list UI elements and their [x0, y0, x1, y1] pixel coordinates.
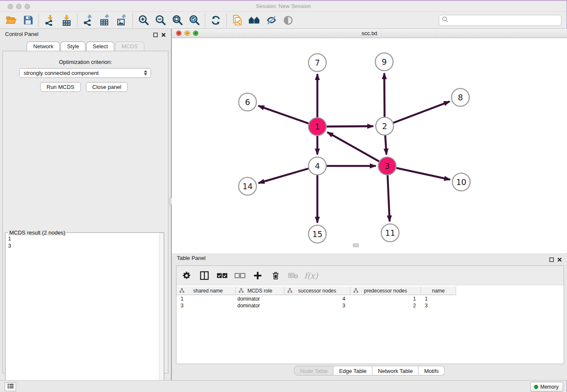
graph-edge-4-14[interactable] [259, 168, 308, 183]
cell-predecessor-nodes[interactable]: 1 [350, 295, 421, 302]
run-mcds-button[interactable]: Run MCDS [40, 82, 81, 92]
chevron-up-down-icon [144, 70, 147, 75]
scrollbar[interactable] [159, 233, 164, 392]
open-session-icon[interactable] [3, 13, 19, 28]
graph-edge-1-6[interactable] [258, 106, 308, 124]
column-header-mcds-role[interactable]: MCDS role [236, 287, 284, 295]
column-header-predecessor-nodes[interactable]: predecessor nodes [350, 287, 421, 295]
delete-icon[interactable] [270, 269, 281, 282]
graph-edge-3-10[interactable] [396, 168, 450, 180]
birdseye-view-icon[interactable] [280, 13, 297, 28]
graphics-details-icon[interactable] [263, 13, 280, 28]
criterion-select[interactable]: strongly connected component [19, 68, 151, 78]
table-panel: Table Panel [172, 254, 567, 380]
memory-label: Memory [540, 384, 559, 390]
graph-node-label-8: 8 [458, 93, 463, 102]
tab-network-table[interactable]: Network Table [372, 366, 418, 375]
zoom-fit-icon[interactable] [169, 13, 186, 28]
float-panel-icon[interactable] [153, 31, 158, 39]
new-network-from-selection-icon[interactable] [229, 13, 246, 28]
split-columns-icon[interactable] [198, 269, 210, 282]
close-panel-icon[interactable] [557, 256, 562, 264]
status-bar: Memory [0, 380, 567, 392]
graph-edge-2-9[interactable] [384, 73, 385, 117]
graph-node-label-10: 10 [456, 177, 466, 187]
tab-style[interactable]: Style [61, 41, 85, 51]
hierarchy-icon [287, 288, 292, 294]
float-panel-icon[interactable] [549, 256, 554, 264]
mcds-result-title: MCDS result (2 nodes) [8, 229, 66, 236]
tab-node-table[interactable]: Node Table [294, 366, 334, 375]
graph-node-label-2: 2 [382, 121, 387, 131]
memory-button[interactable]: Memory [530, 382, 563, 392]
import-network-icon[interactable] [41, 13, 58, 28]
cell-name[interactable]: 3 [421, 302, 456, 309]
main-toolbar [0, 12, 567, 29]
graph-node-label-14: 14 [242, 182, 253, 191]
graph-edge-1-2[interactable] [327, 126, 373, 127]
first-neighbors-icon[interactable] [246, 13, 263, 28]
refresh-layout-icon[interactable] [207, 13, 224, 28]
graph-node-label-3: 3 [385, 161, 390, 171]
table-row[interactable]: 3 dominator 3 2 3 [176, 302, 564, 309]
export-image-icon[interactable] [113, 13, 130, 28]
cell-shared-name[interactable]: 1 [176, 295, 236, 302]
export-table-icon[interactable] [96, 13, 113, 28]
cell-successor-nodes[interactable]: 4 [284, 295, 350, 302]
function-builder-icon[interactable]: f(x) [305, 269, 317, 282]
graph-edge-3-11[interactable] [388, 175, 390, 221]
node-table: f(x) shared name MCDS role successor nod… [176, 265, 564, 364]
table-panel-title: Table Panel [177, 255, 206, 261]
save-session-icon[interactable] [19, 13, 36, 28]
toolbar-separator [226, 14, 227, 27]
tab-motifs[interactable]: Motifs [418, 366, 445, 375]
import-table-icon[interactable] [58, 13, 75, 28]
cell-name[interactable]: 1 [421, 295, 456, 302]
hierarchy-icon [353, 288, 358, 294]
cell-shared-name[interactable]: 3 [176, 302, 236, 309]
graph-edge-2-3[interactable] [385, 135, 386, 155]
search-box[interactable] [439, 15, 561, 26]
tab-mcds[interactable]: MCDS [115, 41, 144, 51]
show-panels-button[interactable] [5, 382, 16, 391]
network-window-title-bar[interactable]: scc.txt [172, 29, 567, 38]
zoom-selected-icon[interactable] [186, 13, 203, 28]
list-icon [7, 383, 14, 391]
canvas-splitter-handle[interactable] [353, 243, 359, 247]
tab-network[interactable]: Network [27, 41, 60, 51]
mcds-result-text[interactable]: 1 3 [8, 235, 11, 249]
select-none-icon[interactable] [234, 269, 246, 282]
tab-select[interactable]: Select [86, 41, 114, 51]
add-column-icon[interactable] [252, 269, 264, 282]
zoom-out-icon[interactable] [152, 13, 169, 28]
column-header-successor-nodes[interactable]: successor nodes [284, 287, 350, 295]
cell-mcds-role[interactable]: dominator [236, 302, 284, 309]
control-panel-title: Control Panel [5, 31, 39, 37]
column-header-name[interactable]: name [421, 287, 456, 295]
close-panel-icon[interactable] [161, 31, 166, 39]
search-input[interactable] [449, 16, 561, 25]
window-title-bar: Session: New Session [0, 1, 567, 12]
search-icon [442, 16, 449, 25]
network-canvas[interactable]: 1234678910111415 [172, 38, 567, 253]
delete-table-icon[interactable] [287, 269, 299, 282]
control-panel-tabs: Network Style Select MCDS [0, 41, 171, 51]
graph-edge-3-1[interactable] [328, 132, 379, 161]
cell-predecessor-nodes[interactable]: 2 [350, 302, 421, 309]
graph-edge-2-8[interactable] [394, 102, 450, 123]
optimization-criterion-label: Optimization criterion: [3, 59, 168, 65]
tab-edge-table[interactable]: Edge Table [333, 366, 372, 375]
table-row[interactable]: 1 dominator 4 1 1 [176, 295, 564, 302]
graph-node-label-6: 6 [245, 97, 250, 107]
graph-edges[interactable] [258, 73, 450, 223]
gear-icon[interactable] [181, 269, 193, 282]
graph-node-label-11: 11 [385, 228, 395, 237]
zoom-in-icon[interactable] [135, 13, 152, 28]
cell-mcds-role[interactable]: dominator [236, 295, 284, 302]
network-view-window: scc.txt 1234678910111415 [172, 29, 567, 253]
cell-successor-nodes[interactable]: 3 [284, 302, 350, 309]
select-all-icon[interactable] [216, 269, 228, 282]
close-panel-button[interactable]: Close panel [86, 82, 128, 92]
column-header-shared-name[interactable]: shared name [176, 287, 236, 295]
export-network-icon[interactable] [80, 13, 96, 28]
